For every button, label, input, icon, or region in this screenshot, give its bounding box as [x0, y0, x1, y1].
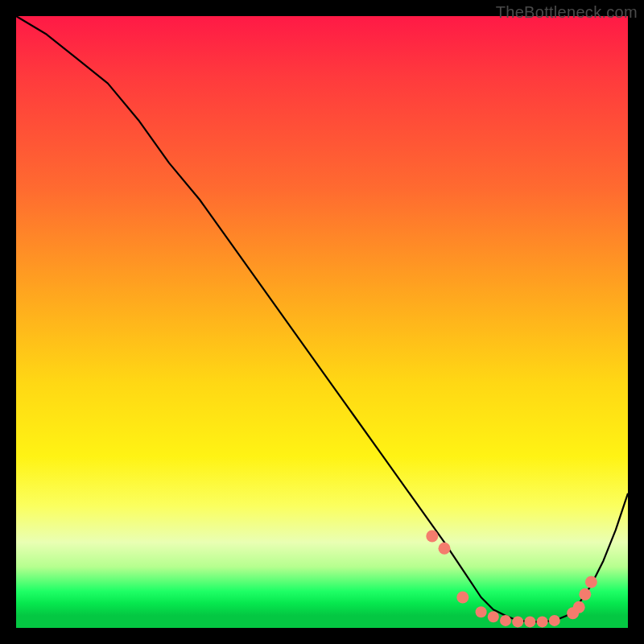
bottleneck-curve: [16, 16, 628, 621]
valley-dot: [426, 530, 438, 543]
valley-dot: [573, 601, 585, 613]
valley-dot: [549, 615, 560, 626]
chart-svg: [16, 16, 628, 628]
valley-dot: [537, 616, 548, 627]
chart-frame: TheBottleneck.com: [0, 0, 644, 644]
valley-dot: [579, 588, 591, 601]
watermark-text: TheBottleneck.com: [496, 3, 638, 22]
valley-dot: [524, 616, 535, 627]
valley-dot: [500, 615, 511, 626]
valley-dot: [585, 576, 597, 588]
valley-dot: [439, 543, 451, 555]
valley-dot: [512, 616, 523, 627]
valley-marker-dots: [426, 530, 597, 628]
valley-dot: [488, 611, 499, 622]
plot-area: [16, 16, 628, 628]
valley-dot: [476, 606, 487, 617]
valley-dot: [456, 592, 469, 604]
